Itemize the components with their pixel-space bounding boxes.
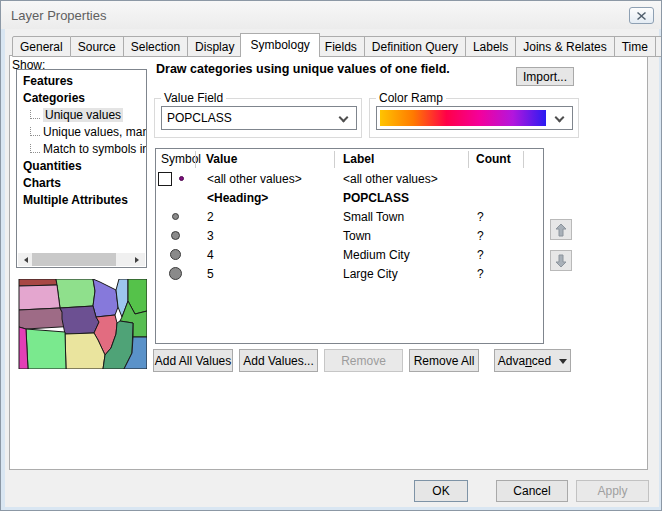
color-ramp-swatch [380, 110, 546, 126]
column-header-label[interactable]: Label [343, 152, 374, 166]
tab-display[interactable]: Display [188, 36, 242, 57]
show-tree: Features Categories Unique values Unique… [16, 69, 147, 268]
add-values-button[interactable]: Add Values... [239, 349, 318, 372]
tree-horizontal-scrollbar[interactable] [18, 253, 145, 266]
values-table: Symbol Value Label Count <all other valu… [155, 148, 544, 344]
tab-symbology[interactable]: Symbology [240, 33, 319, 57]
table-row-all-other-values[interactable]: <all other values> <all other values> [156, 169, 543, 188]
scrollbar-track[interactable] [31, 253, 132, 266]
column-header-count[interactable]: Count [476, 152, 511, 166]
ok-button[interactable]: OK [414, 480, 468, 502]
column-divider [468, 151, 469, 168]
tree-branch-icon [30, 144, 40, 153]
symbology-tab-page: Show: Features Categories Unique values … [9, 55, 648, 470]
tree-item-unique-values-many[interactable]: Unique values, many [17, 124, 146, 141]
column-divider [523, 151, 524, 168]
scroll-right-icon [135, 257, 142, 263]
value-field-group: Value Field POPCLASS [154, 98, 362, 138]
scroll-left-icon [21, 257, 28, 263]
tab-html-popup[interactable]: HTML Popup [656, 36, 662, 57]
column-divider [195, 151, 196, 168]
tab-fields[interactable]: Fields [318, 36, 365, 57]
chevron-down-icon [555, 113, 565, 123]
tab-strip: General Source Selection Display Symbolo… [12, 33, 662, 57]
remove-button[interactable]: Remove [324, 349, 403, 372]
value-field-value: POPCLASS [167, 111, 232, 125]
color-ramp-label: Color Ramp [376, 91, 446, 105]
tab-labels[interactable]: Labels [466, 36, 516, 57]
layer-properties-dialog: Layer Properties General Source Selectio… [0, 0, 662, 511]
move-down-button[interactable] [550, 250, 572, 271]
tab-time[interactable]: Time [615, 36, 656, 57]
advanced-button-label: Advanced [498, 354, 551, 368]
all-other-values-symbol-dot[interactable] [179, 176, 184, 181]
tree-item-unique-values[interactable]: Unique values [17, 107, 146, 124]
apply-button[interactable]: Apply [576, 480, 649, 502]
arrow-down-icon [555, 254, 567, 268]
tab-general[interactable]: General [12, 36, 71, 57]
tree-item-features[interactable]: Features [17, 73, 146, 90]
scrollbar-thumb[interactable] [32, 253, 116, 266]
import-button[interactable]: Import... [516, 67, 574, 86]
page-title: Draw categories using unique values of o… [156, 62, 450, 76]
table-row-class-5[interactable]: 5 Large City ? [156, 264, 543, 283]
tree-item-multiple-attributes[interactable]: Multiple Attributes [17, 192, 146, 209]
all-other-values-checkbox[interactable] [158, 172, 172, 186]
move-up-button[interactable] [550, 219, 572, 240]
window-title: Layer Properties [11, 8, 106, 23]
close-icon [637, 12, 646, 20]
map-preview-image [16, 279, 147, 369]
title-bar: Layer Properties [1, 1, 661, 29]
table-row-class-4[interactable]: 4 Medium City ? [156, 245, 543, 264]
scroll-right-button[interactable] [132, 253, 145, 266]
class-symbol-dot[interactable] [169, 267, 182, 280]
tab-source[interactable]: Source [71, 36, 124, 57]
column-divider [334, 151, 335, 168]
tab-selection[interactable]: Selection [124, 36, 188, 57]
tree-branch-icon [30, 110, 40, 119]
remove-all-button[interactable]: Remove All [409, 349, 479, 372]
table-row-class-2[interactable]: 2 Small Town ? [156, 207, 543, 226]
table-row-heading[interactable]: <Heading> POPCLASS [156, 188, 543, 207]
close-button[interactable] [629, 7, 654, 24]
color-ramp-dropdown[interactable] [376, 106, 573, 130]
class-symbol-dot[interactable] [170, 249, 181, 260]
arrow-up-icon [555, 223, 567, 237]
tree-item-quantities[interactable]: Quantities [17, 158, 146, 175]
tree-item-categories[interactable]: Categories [17, 90, 146, 107]
value-field-label: Value Field [161, 91, 226, 105]
advanced-button[interactable]: Advanced [494, 349, 571, 372]
table-header: Symbol Value Label Count [156, 149, 543, 169]
tree-branch-icon [30, 127, 40, 136]
dropdown-caret-icon [559, 359, 567, 368]
chevron-down-icon [339, 113, 349, 123]
class-symbol-dot[interactable] [172, 213, 179, 220]
column-header-value[interactable]: Value [206, 152, 237, 166]
tree-item-match-to-symbols[interactable]: Match to symbols in a [17, 141, 146, 158]
table-row-class-3[interactable]: 3 Town ? [156, 226, 543, 245]
scroll-left-button[interactable] [18, 253, 31, 266]
tab-definition-query[interactable]: Definition Query [365, 36, 466, 57]
class-symbol-dot[interactable] [171, 231, 180, 240]
tree-item-charts[interactable]: Charts [17, 175, 146, 192]
color-ramp-group: Color Ramp [369, 98, 579, 138]
value-field-dropdown[interactable]: POPCLASS [161, 106, 357, 130]
add-all-values-button[interactable]: Add All Values [153, 349, 233, 372]
tab-joins-relates[interactable]: Joins & Relates [516, 36, 614, 57]
cancel-button[interactable]: Cancel [496, 480, 568, 502]
